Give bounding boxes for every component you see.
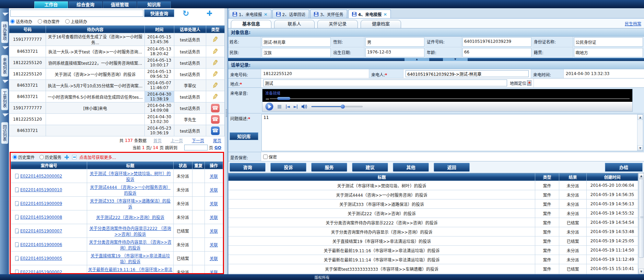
case-title-link[interactable]: 关于测试222（咨询>>咨询）的投诉	[96, 215, 164, 220]
next-button[interactable]: ►|	[294, 104, 298, 109]
pager-link[interactable]: 尾页	[213, 137, 221, 143]
type-icon[interactable]	[211, 126, 220, 135]
type-icon[interactable]	[212, 35, 218, 44]
type-icon[interactable]	[211, 104, 220, 112]
radio-input[interactable]	[39, 155, 44, 159]
table-row[interactable]: 关于直接结案19（市容环境>>非法清运垃圾）的投诉 案件 已结案 2014-05…	[229, 236, 638, 246]
todo-filter-radio[interactable]: 待办案件	[38, 19, 60, 24]
refresh-icon[interactable]: ↻	[183, 10, 189, 17]
callee-input[interactable]	[406, 70, 529, 77]
rewind-icon[interactable]: ◄◄	[265, 97, 268, 100]
session-tab[interactable]: 3、关怀任务	[310, 10, 347, 18]
table-row[interactable]: 15917777777 [林小雄]来电 2014-04-30 14:09:08 …	[9, 102, 225, 114]
table-row[interactable]: 18122255120 2014-04-30 13:02:30 李先生	[9, 114, 225, 125]
table-row[interactable]: 关于测试4444（咨询>>一小时服务咨询）的投诉 案件 未分派 2014-05-…	[229, 190, 638, 199]
action-button[interactable]: 建议	[352, 163, 388, 172]
table-row[interactable]: 关于分类咨询案件待办内容显示2222（咨询>>咨询）的投诉 案件 已结案 201…	[229, 218, 638, 227]
scroll-down-icon[interactable]: ▼	[637, 145, 643, 151]
action-button[interactable]: 服务	[311, 163, 347, 172]
play-button[interactable]	[265, 102, 273, 111]
relate-link[interactable]: 关联	[210, 202, 218, 206]
relate-link[interactable]: 关联	[210, 256, 218, 261]
case-id-link[interactable]: E022014051900009	[20, 201, 62, 206]
case-id-link[interactable]: E022014051900006	[20, 242, 62, 247]
scroll-up-icon[interactable]: ▲	[639, 173, 644, 179]
go-button[interactable]: GO	[214, 145, 221, 150]
case-id-link[interactable]: E022014051900005	[20, 256, 62, 261]
table-row[interactable]: 关于分类咨询案件待办内容显示（咨询>>咨询）的投诉 案件 未分派 2014-05…	[229, 227, 638, 236]
nav-tab[interactable]: 工作台	[34, 1, 68, 8]
case-title-link[interactable]: 关于分类咨询案件待办内容显示2222 （咨询>>咨询）的投诉	[89, 226, 171, 237]
table-row[interactable]: ▶ E022014052000002 关于测试（市容环境>>焚烧垃圾、树叶）的投…	[11, 169, 223, 183]
relate-link[interactable]: 关联	[210, 229, 218, 234]
checkbox-input[interactable]	[263, 155, 268, 159]
info-subtab[interactable]: 基本信息	[231, 20, 271, 28]
finish-button[interactable]: 办结	[605, 163, 643, 172]
case-title-link[interactable]: 关于测试333（市容环境>>道路保洁）的投诉	[90, 199, 171, 209]
sidebar-item[interactable]: 回访列表	[1, 122, 8, 144]
action-button[interactable]: 咨询	[230, 163, 266, 172]
pager-link[interactable]: 首页	[153, 137, 162, 143]
expand-more-icon[interactable]	[65, 155, 69, 159]
results-scrollbar[interactable]: ▲ ▼	[638, 173, 644, 274]
collapse-up-icon[interactable]: ▲	[405, 58, 429, 61]
case-id-link[interactable]: E022014051900002	[20, 270, 62, 275]
pager-link[interactable]: 上一页	[171, 137, 183, 143]
type-icon[interactable]	[212, 59, 218, 67]
table-row[interactable]: ▶ E022014051900010 关于测试4444 （咨询>>一小时服务咨询…	[11, 183, 223, 197]
history-filter-radio[interactable]: 历史案件	[13, 154, 35, 160]
radio-input[interactable]	[65, 19, 70, 24]
case-title-link[interactable]: 关于分类咨询案件待办内容显示 （咨询>>咨询）的投诉	[89, 240, 172, 251]
secret-checkbox[interactable]: 保密	[263, 154, 277, 160]
relate-link[interactable]: 关联	[210, 243, 218, 247]
sidebar-item[interactable]: 待办事项	[1, 21, 8, 43]
close-icon[interactable]: ×	[264, 12, 268, 17]
case-title-link[interactable]: 关于测试（市容环境>>焚烧垃圾、树叶）的投诉	[90, 171, 171, 182]
info-subtab[interactable]: 健康档案	[361, 20, 401, 28]
collapse-icon[interactable]	[72, 155, 77, 159]
table-row[interactable]: 关于测试（市容环境>>焚烧垃圾、树叶）的投诉 案件 未分派 2014-05-20…	[229, 181, 638, 190]
info-subtab[interactable]: 联系人	[274, 20, 315, 28]
session-tab[interactable]: 2、话单回访	[272, 10, 309, 18]
table-row[interactable]: 84633721 2014-05-23 10:36:19 test话务员	[9, 125, 225, 136]
case-id-link[interactable]: E022014051900007	[20, 229, 62, 233]
type-icon[interactable]	[212, 81, 218, 90]
scrollbar-thumb[interactable]	[639, 179, 644, 258]
seek-bar[interactable]: ◄◄	[265, 97, 630, 100]
panel-splitter[interactable]	[225, 8, 228, 274]
table-row[interactable]: ▶ E022014051900008 关于测试222（咨询>>咨询）的投诉 未分…	[11, 210, 223, 224]
action-button[interactable]: 返回	[434, 163, 470, 172]
table-row[interactable]: 84633721 一小时咨询案件6.5小时系统自动生成回访任务tes... 20…	[9, 91, 225, 102]
relate-link[interactable]: 关联	[210, 188, 218, 193]
case-id-link[interactable]: E022014052000002	[20, 174, 62, 179]
description-textarea[interactable]: 11	[262, 114, 637, 151]
todo-filter-radio[interactable]: 话务待办	[10, 19, 32, 24]
table-row[interactable]: 18122255120 关于测试（咨询>>一小时服务咨询）的投诉 2014-05…	[9, 69, 225, 80]
table-row[interactable]: 84633721 执法一大队->5月7号10点35分结案一小时咨询案... 20…	[9, 80, 225, 91]
table-row[interactable]: 18122255120 协同系统直接结案test222，一小时服务咨询结案...…	[9, 57, 225, 69]
table-row[interactable]: ▶ E022014051900007 关于分类咨询案件待办内容显示2222 （咨…	[11, 224, 223, 238]
table-row[interactable]: ▶ E022014051900009 关于测试333（市容环境>>道路保洁）的投…	[11, 197, 223, 210]
case-id-link[interactable]: E022014051900010	[20, 187, 62, 192]
type-icon[interactable]	[212, 93, 218, 101]
address-input[interactable]	[263, 80, 507, 86]
type-icon[interactable]	[212, 47, 218, 56]
horizontal-splitter[interactable]: ▲ ▼	[228, 58, 644, 61]
quick-search-button[interactable]: 快速查询	[144, 9, 174, 17]
table-row[interactable]: 关于测试333（市容环境>>道路保洁）的投诉 案件 未分派 2014-05-19…	[229, 199, 638, 209]
table-row[interactable]: 关于最新在最前19.11:16（市容环境>>非法清运垃圾）的投诉 案件 未分派 …	[229, 246, 638, 255]
scroll-down-icon[interactable]: ▼	[639, 269, 644, 274]
collapse-down-icon[interactable]: ▼	[443, 58, 468, 61]
pager-link[interactable]: 下一页	[192, 137, 204, 143]
sidebar-item[interactable]: 工单列表	[1, 88, 8, 110]
close-icon[interactable]: ×	[383, 12, 387, 17]
table-row[interactable]: 84633721 执法一大队->关于test（咨询>>一小时服务咨询... 20…	[9, 46, 225, 57]
volume-thumb[interactable]	[341, 105, 345, 109]
map-locate-button[interactable]: 地图定位	[510, 80, 531, 86]
radio-input[interactable]	[38, 19, 42, 24]
case-title-link[interactable]: 关于测试4444 （咨询>>一小时服务咨询）的投诉	[90, 185, 170, 196]
volume-slider[interactable]	[311, 106, 363, 107]
table-row[interactable]: 关于最新在最前19.11:14（市容环境>>非法清运垃圾）的投诉 案件 未分派 …	[229, 255, 638, 264]
todo-filter-radio[interactable]: 上级转办	[65, 19, 87, 24]
info-subtab[interactable]: 关怀记录	[317, 20, 358, 28]
